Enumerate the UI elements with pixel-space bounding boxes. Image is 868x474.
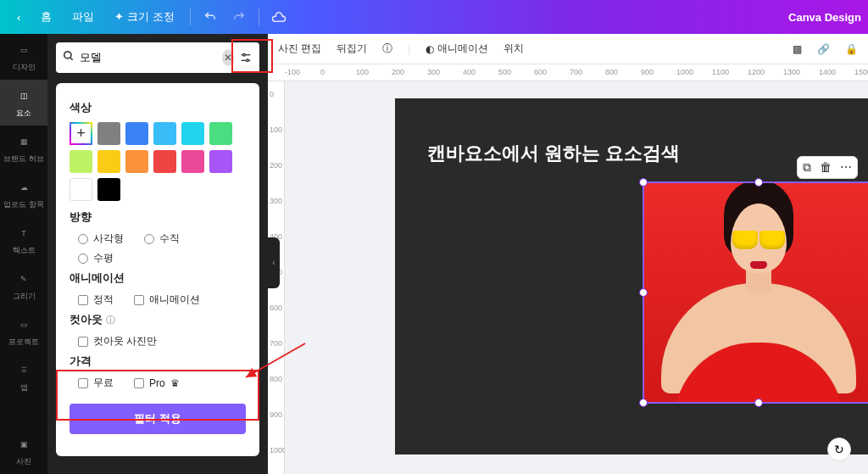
radio-icon (144, 234, 154, 244)
link-button[interactable]: 🔗 (817, 43, 830, 55)
cutout-heading-label: 컷아웃 (70, 313, 103, 326)
rail-uploads[interactable]: ☁업로드 항목 (0, 171, 47, 217)
info-button[interactable]: ⓘ (382, 42, 392, 56)
rail-apps[interactable]: ⠿앱 (0, 354, 47, 400)
collapse-panel-button[interactable]: ‹ (268, 237, 280, 288)
apply-filter-button[interactable]: 필터 적용 (70, 404, 246, 434)
resize-handle-s[interactable] (754, 399, 763, 407)
anim-static-label: 정적 (93, 293, 114, 307)
color-swatch[interactable] (153, 150, 176, 173)
filter-toggle-button[interactable] (239, 49, 253, 66)
orient-horiz-label: 수평 (93, 251, 114, 265)
search-input[interactable] (80, 52, 222, 64)
resize-handle-nw[interactable] (639, 178, 648, 187)
resize-handle-sw[interactable] (639, 399, 648, 407)
rail-design[interactable]: ▭디자인 (0, 34, 47, 80)
resize-label: 크기 조정 (127, 10, 175, 23)
clear-search-button[interactable]: ✕ (222, 49, 234, 66)
color-swatch[interactable] (209, 122, 232, 145)
rail-brandhub[interactable]: ▦브랜드 허브 (0, 125, 47, 171)
add-color-button[interactable]: + (70, 122, 92, 145)
home-button[interactable]: 홈 (31, 9, 62, 25)
orient-vert-option[interactable]: 수직 (144, 231, 180, 246)
more-button[interactable]: ⋯ (840, 160, 852, 175)
ruler-tick: 1000 (676, 68, 693, 76)
resize-handle-n[interactable] (754, 178, 763, 187)
position-button[interactable]: 위치 (504, 42, 524, 56)
color-swatches: + (70, 122, 246, 201)
rail-projects[interactable]: ▭프로젝트 (0, 309, 47, 354)
file-menu[interactable]: 파일 (62, 9, 104, 25)
ruler-tick: 700 (270, 339, 282, 348)
color-swatch[interactable] (153, 122, 176, 145)
color-swatch[interactable] (209, 150, 232, 173)
undo-icon[interactable] (201, 8, 220, 26)
ruler-tick: 500 (498, 68, 511, 76)
ruler-tick: 400 (463, 68, 476, 76)
resize-menu[interactable]: ✦ 크기 조정 (104, 9, 184, 25)
radio-icon (78, 254, 88, 264)
orientation-row2: 수평 (78, 251, 246, 265)
flip-button[interactable]: 뒤집기 (337, 42, 367, 56)
checkbox-icon (78, 337, 88, 347)
lock-button[interactable]: 🔒 (845, 43, 858, 55)
rail-draw[interactable]: ✎그리기 (0, 263, 47, 309)
resize-handle-w[interactable] (639, 288, 648, 297)
ruler-tick: -100 (285, 68, 300, 76)
cloud-sync-icon[interactable] (270, 8, 288, 26)
price-pro-option[interactable]: Pro ♛ (134, 376, 180, 390)
anim-anim-option[interactable]: 애니메이션 (134, 293, 200, 307)
ruler-tick: 600 (270, 304, 282, 312)
duplicate-button[interactable]: ⧉ (803, 160, 811, 175)
color-swatch[interactable] (97, 122, 120, 145)
design-page[interactable]: 캔바요소에서 원하는 요소검색 (395, 98, 868, 454)
price-free-option[interactable]: 무료 (78, 376, 114, 390)
rail-elements[interactable]: ◫요소 (0, 80, 47, 125)
orientation-row1: 사각형 수직 (78, 231, 246, 246)
page-title-text[interactable]: 캔바요소에서 원하는 요소검색 (427, 141, 680, 166)
ruler-tick: 0 (320, 68, 325, 76)
refresh-page-button[interactable]: ↻ (827, 438, 851, 461)
color-swatch[interactable] (125, 150, 148, 173)
redo-icon[interactable] (230, 8, 248, 26)
brandhub-icon: ▦ (15, 133, 32, 150)
cutout-only-option[interactable]: 컷아웃 사진만 (78, 334, 157, 349)
projects-icon: ▭ (15, 316, 32, 333)
color-swatch[interactable] (97, 150, 120, 173)
separator (190, 8, 191, 25)
color-swatch[interactable] (97, 178, 120, 201)
delete-button[interactable]: 🗑 (820, 160, 832, 175)
edit-photo-button[interactable]: 사진 편집 (278, 42, 321, 56)
apps-icon: ⠿ (15, 362, 32, 379)
rail-text[interactable]: T텍스트 (0, 217, 47, 263)
color-swatch[interactable] (181, 122, 204, 145)
back-button[interactable]: ‹ (7, 11, 31, 24)
anim-static-option[interactable]: 정적 (78, 293, 114, 307)
info-icon[interactable]: ⓘ (106, 315, 115, 325)
svg-point-3 (243, 53, 246, 56)
rail-brandhub-label: 브랜드 허브 (3, 153, 44, 165)
search-box: ✕ (56, 42, 259, 73)
design-icon: ▭ (15, 42, 32, 59)
photos-icon: ▣ (15, 436, 32, 453)
orient-horiz-option[interactable]: 수평 (78, 251, 114, 265)
rail-photos[interactable]: ▣사진 (0, 428, 47, 474)
ruler-tick: 0 (270, 90, 274, 98)
top-toolbar: ‹ 홈 파일 ✦ 크기 조정 Canva Design (0, 0, 868, 34)
orient-vert-label: 수직 (159, 231, 180, 246)
orientation-heading: 방향 (70, 209, 246, 225)
brand-label: Canva Design (788, 11, 861, 24)
selected-image[interactable] (644, 183, 868, 402)
color-swatch[interactable] (70, 178, 92, 201)
color-swatch[interactable] (125, 122, 148, 145)
canvas-viewport[interactable]: 01002003004005006007008009001000 캔바요소에서 … (268, 81, 868, 474)
svg-point-5 (247, 59, 249, 62)
color-swatch[interactable] (70, 150, 92, 173)
transparency-button[interactable]: ▩ (793, 43, 802, 55)
orient-rect-option[interactable]: 사각형 (78, 231, 124, 246)
ruler-tick: 900 (270, 410, 282, 419)
filter-panel: 색상 + 방향 사각형 수직 수평 애니메이션 정적 애니메이션 컷아웃 ⓘ 컷… (56, 83, 259, 456)
model-illustration (644, 183, 868, 402)
color-swatch[interactable] (181, 150, 204, 173)
animation-button[interactable]: ◐ 애니메이션 (426, 42, 488, 56)
